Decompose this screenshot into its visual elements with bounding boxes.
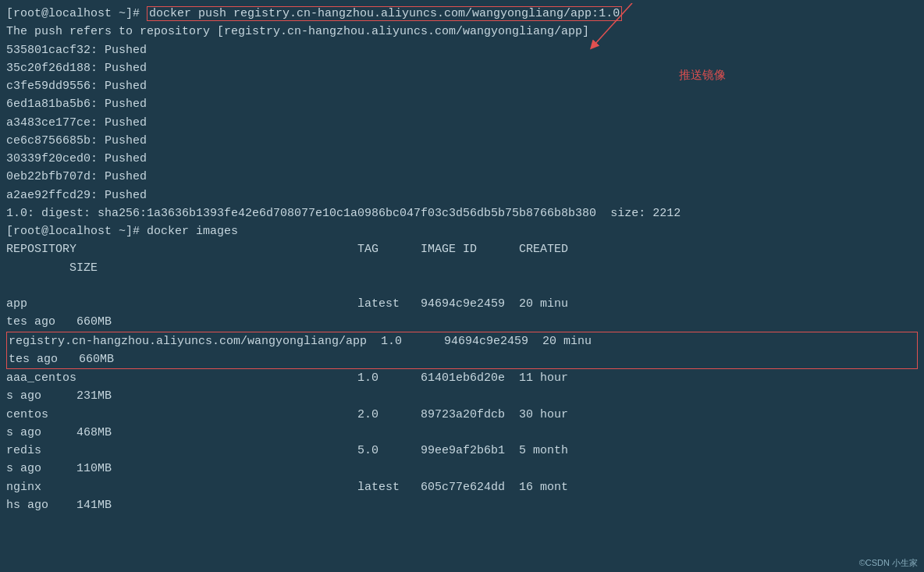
output-line-2: The push refers to repository [registry.…: [6, 23, 918, 41]
docker-push-cmd: docker push registry.cn-hangzhou.aliyunc…: [147, 6, 622, 21]
output-line-12: 1.0: digest: sha256:1a3636b1393fe42e6d70…: [6, 204, 918, 222]
output-line-9: 30339f20ced0: Pushed: [6, 150, 918, 168]
prompt-1: [root@localhost ~]#: [6, 7, 147, 20]
output-line-10: 0eb22bfb707d: Pushed: [6, 168, 918, 186]
row-redis-5b: s ago 110MB: [6, 460, 918, 478]
row-nginx-6b: hs ago 141MB: [6, 496, 918, 514]
row-registry-2b: tes ago 660MB: [6, 350, 918, 369]
row-nginx-6a: nginx latest 605c77e624dd 16 mont: [6, 478, 918, 496]
row-aaa-centos-3b: s ago 231MB: [6, 387, 918, 405]
output-line-5: c3fe59dd9556: Pushed: [6, 77, 918, 95]
table-header-2: SIZE: [6, 259, 918, 277]
output-line-11: a2ae92ffcd29: Pushed: [6, 187, 918, 204]
row-aaa-centos-3a: aaa_centos 1.0 61401eb6d20e 11 hour: [6, 369, 918, 387]
table-header-1: REPOSITORY TAG IMAGE ID CREATED: [6, 240, 918, 258]
cmd-line-1: [root@localhost ~]# docker push registry…: [6, 5, 918, 23]
svg-line-0: [593, 3, 632, 46]
row-app-1a: app latest 94694c9e2459 20 minu: [6, 295, 918, 313]
output-line-7: a3483ce177ce: Pushed: [6, 114, 918, 132]
output-line-4: 35c20f26d188: Pushed: [6, 59, 918, 77]
row-centos-4a: centos 2.0 89723a20fdcb 30 hour: [6, 406, 918, 424]
output-line-6: 6ed1a81ba5b6: Pushed: [6, 95, 918, 113]
output-line-8: ce6c8756685b: Pushed: [6, 132, 918, 150]
watermark: ©CSDN 小生家: [859, 557, 918, 569]
blank-line: [6, 277, 918, 295]
row-registry-2a: registry.cn-hangzhou.aliyuncs.com/wangyo…: [6, 332, 918, 350]
row-centos-4b: s ago 468MB: [6, 424, 918, 442]
output-line-3: 535801cacf32: Pushed: [6, 41, 918, 59]
cmd-line-2: [root@localhost ~]# docker images: [6, 222, 918, 240]
terminal: [root@localhost ~]# docker push registry…: [0, 0, 924, 572]
row-redis-5a: redis 5.0 99ee9af2b6b1 5 month: [6, 442, 918, 460]
row-app-1b: tes ago 660MB: [6, 313, 918, 331]
push-annotation-text: 推送镜像: [679, 68, 726, 83]
